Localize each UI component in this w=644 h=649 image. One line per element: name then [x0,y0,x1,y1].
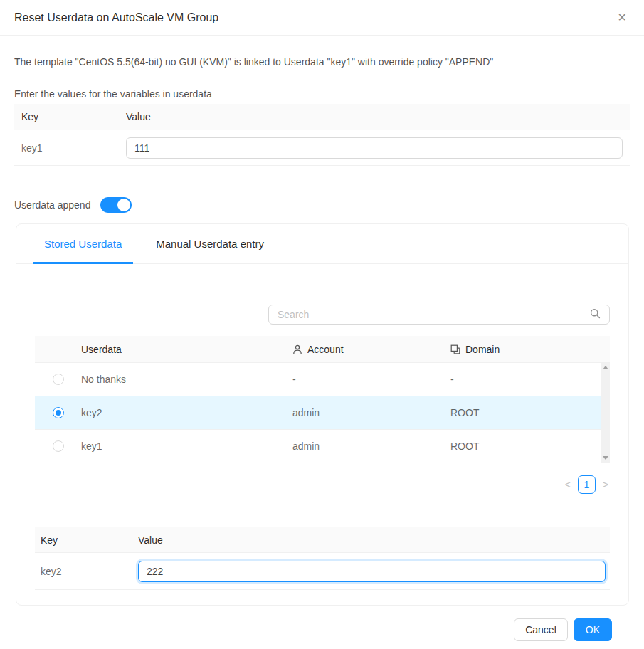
modal-header: Reset Userdata on AutoScale VM Group ✕ [0,0,644,36]
template-link-description: The template "CentOS 5.5(64-bit) no GUI … [14,56,630,68]
search-input[interactable] [278,309,584,320]
table-row: key1 [14,130,630,166]
table-row: key2 222 [35,553,610,590]
cell-domain: ROOT [450,407,610,418]
variable-value-input[interactable] [126,137,623,159]
userdata-append-label: Userdata append [14,199,90,211]
tab-manual-userdata-entry[interactable]: Manual Userdata entry [144,224,275,263]
domain-header-label: Domain [465,344,500,355]
pagination: < 1 > [35,475,610,495]
radio-button[interactable] [53,374,64,385]
table-row[interactable]: key1 admin ROOT [35,430,610,463]
cell-userdata: key1 [81,440,292,452]
variable-key-label: key2 [35,566,138,577]
cell-account: admin [292,407,450,418]
close-icon[interactable]: ✕ [615,9,630,26]
column-header-account: Account [292,344,450,355]
radio-button-checked[interactable] [53,407,64,418]
variable-key-label: key1 [14,142,126,154]
column-header-userdata: Userdata [81,344,292,355]
userdata-append-row: Userdata append [14,197,630,213]
search-icon[interactable] [590,308,601,321]
vertical-scrollbar[interactable] [601,363,610,463]
modal-footer: Cancel OK [14,606,630,641]
card-content: Userdata Account [16,305,628,605]
table-row[interactable]: No thanks - - [35,363,610,396]
block-icon [450,344,460,354]
chevron-right-icon[interactable]: > [601,479,610,490]
toggle-knob [117,199,130,211]
kv-table-header: Key Value [35,527,610,553]
scroll-up-icon[interactable] [603,366,608,369]
cell-domain: - [450,374,610,385]
radio-button[interactable] [53,440,64,452]
variables-table-header: Key Value [14,104,630,130]
column-header-value: Value [138,534,610,546]
ok-button[interactable]: OK [574,618,612,641]
stored-userdata-table-body: No thanks - - key2 admin ROOT key1 admin [35,363,610,463]
search-box [268,305,610,324]
table-row[interactable]: key2 admin ROOT [35,396,610,430]
text-caret [164,566,164,577]
variables-table: Key Value key1 [14,104,630,166]
selected-userdata-variables-table: Key Value key2 222 [35,527,610,590]
cell-domain: ROOT [450,440,610,452]
cell-account: admin [292,440,450,452]
userdata-card: Stored Userdata Manual Userdata entry [16,223,629,606]
modal-body: The template "CentOS 5.5(64-bit) no GUI … [0,56,644,641]
cancel-button[interactable]: Cancel [514,618,568,641]
page-number-button[interactable]: 1 [578,475,596,494]
scroll-down-icon[interactable] [603,456,608,460]
tab-stored-userdata[interactable]: Stored Userdata [33,224,133,263]
column-header-domain: Domain [450,344,610,355]
variable-value-input-focused[interactable]: 222 [138,561,606,582]
page-title: Reset Userdata on AutoScale VM Group [14,11,218,24]
user-icon [292,344,302,354]
input-value-text: 222 [147,566,163,577]
cell-userdata: key2 [81,407,292,418]
chevron-left-icon[interactable]: < [564,479,572,490]
column-header-key: Key [35,534,138,546]
cell-account: - [292,374,450,385]
cell-userdata: No thanks [81,374,292,385]
account-header-label: Account [307,344,344,355]
stored-userdata-table-header: Userdata Account [35,336,610,363]
column-header-key: Key [14,111,126,122]
userdata-append-toggle[interactable] [100,197,132,213]
tab-bar: Stored Userdata Manual Userdata entry [16,224,628,264]
stored-userdata-table: Userdata Account [35,336,610,463]
variables-section-label: Enter the values for the variables in us… [14,88,630,100]
column-header-value: Value [126,111,630,122]
